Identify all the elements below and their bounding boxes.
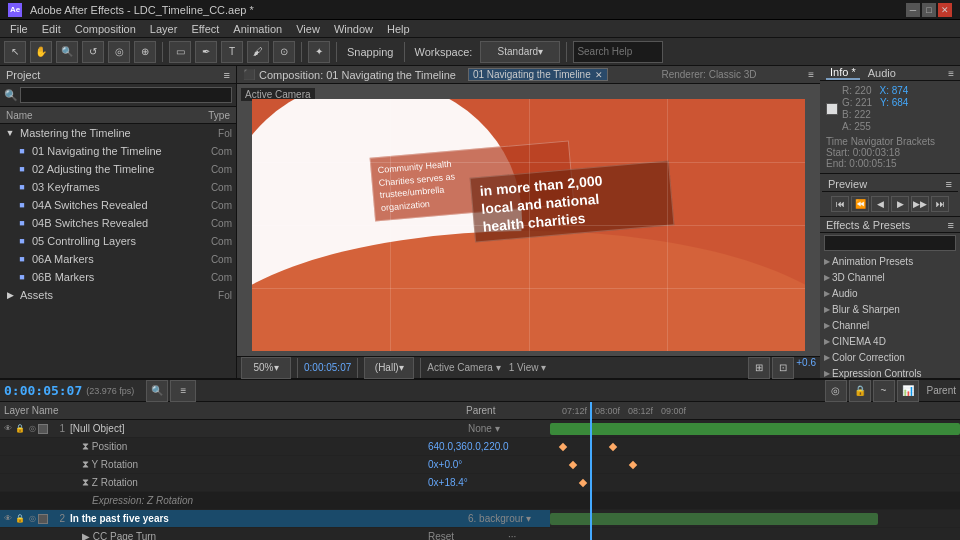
list-item[interactable]: ■ 04A Switches Revealed Com <box>0 196 236 214</box>
layer-checkbox[interactable] <box>38 514 48 524</box>
list-item[interactable]: ■ 06A Markers Com <box>0 250 236 268</box>
solo-btn[interactable]: ◎ <box>26 513 38 525</box>
menu-window[interactable]: Window <box>328 22 379 36</box>
layer-row[interactable]: ▶ CC Page Turn Reset ··· <box>0 528 550 540</box>
list-item[interactable]: ■ 03 Keyframes Com <box>0 178 236 196</box>
effects-item-blur[interactable]: ▶ Blur & Sharpen <box>820 301 960 317</box>
menu-edit[interactable]: Edit <box>36 22 67 36</box>
triangle-icon: ▶ <box>824 273 830 282</box>
menu-composition[interactable]: Composition <box>69 22 142 36</box>
maximize-button[interactable]: □ <box>922 3 936 17</box>
toolbar-clone[interactable]: ⊙ <box>273 41 295 63</box>
tab-info[interactable]: Info * <box>826 66 860 80</box>
preview-menu-btn[interactable]: ≡ <box>946 178 952 190</box>
tl-mode-btn[interactable]: ≡ <box>170 380 196 402</box>
list-item[interactable]: ■ 05 Controlling Layers Com <box>0 232 236 250</box>
preview-play[interactable]: ▶ <box>891 196 909 212</box>
tl-motion-btn[interactable]: ~ <box>873 380 895 402</box>
triangle-icon: ▶ <box>824 353 830 362</box>
comp-canvas: Active Camera Community Health Charities… <box>237 84 820 356</box>
layer-checkbox[interactable] <box>38 424 48 434</box>
lock-btn[interactable]: 🔒 <box>14 513 26 525</box>
toolbar-pan[interactable]: ⊕ <box>134 41 156 63</box>
workspace-dropdown[interactable]: Standard ▾ <box>480 41 560 63</box>
toolbar-puppet[interactable]: ✦ <box>308 41 330 63</box>
comp-tab-active[interactable]: 01 Navigating the Timeline ✕ <box>468 68 608 81</box>
timeline-area: 01 Navigating the Timeline ✕ 02 Adjustin… <box>0 378 960 540</box>
project-file-list: ▼ Mastering the Timeline Fol ■ 01 Naviga… <box>0 124 236 378</box>
toolbar-select[interactable]: ↖ <box>4 41 26 63</box>
search-help-input[interactable] <box>573 41 663 63</box>
tl-lock-btn[interactable]: 🔒 <box>849 380 871 402</box>
info-menu-btn[interactable]: ≡ <box>948 68 954 79</box>
tab-audio[interactable]: Audio <box>864 67 900 79</box>
layer-parent: None ▾ <box>468 423 548 434</box>
effects-item-cinema4d[interactable]: ▶ CINEMA 4D <box>820 333 960 349</box>
comp-menu-btn[interactable]: ≡ <box>808 69 814 80</box>
menu-help[interactable]: Help <box>381 22 416 36</box>
toolbar-camera[interactable]: ◎ <box>108 41 130 63</box>
effects-search-bar <box>820 233 960 253</box>
zoom-dropdown[interactable]: 50%▾ <box>241 357 291 379</box>
layer-row[interactable]: ⧗ Y Rotation 0x+0.0° <box>0 456 550 474</box>
a-label: A: 255 <box>842 121 871 132</box>
project-menu-btn[interactable]: ≡ <box>224 69 230 81</box>
r-label: R: 220 <box>842 85 871 96</box>
view-count-btn[interactable]: 1 View ▾ <box>509 362 547 373</box>
lock-btn[interactable]: 🔒 <box>14 423 26 435</box>
toolbar-rotate[interactable]: ↺ <box>82 41 104 63</box>
effects-item-color[interactable]: ▶ Color Correction <box>820 349 960 365</box>
preview-prev[interactable]: ⏪ <box>851 196 869 212</box>
list-item[interactable]: ■ 02 Adjusting the Timeline Com <box>0 160 236 178</box>
tl-search-btn[interactable]: 🔍 <box>146 380 168 402</box>
minimize-button[interactable]: ─ <box>906 3 920 17</box>
grid-btn[interactable]: ⊞ <box>748 357 770 379</box>
menu-effect[interactable]: Effect <box>185 22 225 36</box>
menu-layer[interactable]: Layer <box>144 22 184 36</box>
preview-last[interactable]: ⏭ <box>931 196 949 212</box>
effects-menu-btn[interactable]: ≡ <box>948 219 954 231</box>
reset-btn[interactable]: Reset <box>428 531 508 540</box>
vis-btn[interactable]: 👁 <box>2 423 14 435</box>
list-item[interactable]: ■ 06B Markers Com <box>0 268 236 286</box>
layer-row[interactable]: ⧗ Position 640.0,360.0,220.0 <box>0 438 550 456</box>
close-button[interactable]: ✕ <box>938 3 952 17</box>
vis-btn[interactable]: 👁 <box>2 513 14 525</box>
triangle-icon: ▶ <box>824 257 830 266</box>
effects-search-input[interactable] <box>824 235 956 251</box>
layer-row[interactable]: ⧗ Z Rotation 0x+18.4° <box>0 474 550 492</box>
project-search-input[interactable] <box>20 87 232 103</box>
solo-btn[interactable]: ◎ <box>26 423 38 435</box>
preview-back[interactable]: ◀ <box>871 196 889 212</box>
effects-item-audio[interactable]: ▶ Audio <box>820 285 960 301</box>
menu-file[interactable]: File <box>4 22 34 36</box>
toolbar-mask[interactable]: ▭ <box>169 41 191 63</box>
comp-tab-close[interactable]: ✕ <box>595 70 603 80</box>
list-item[interactable]: ▶ Assets Fol <box>0 286 236 304</box>
toolbar-pen[interactable]: ✒ <box>195 41 217 63</box>
toolbar-hand[interactable]: ✋ <box>30 41 52 63</box>
menu-view[interactable]: View <box>290 22 326 36</box>
layer-property: ⧗ Y Rotation <box>62 459 428 471</box>
list-item[interactable]: ■ 01 Navigating the Timeline Com <box>0 142 236 160</box>
tl-graph-btn[interactable]: 📊 <box>897 380 919 402</box>
menu-animation[interactable]: Animation <box>227 22 288 36</box>
y-label: Y: 684 <box>880 97 908 108</box>
toolbar-zoom[interactable]: 🔍 <box>56 41 78 63</box>
quality-dropdown[interactable]: (Hall)▾ <box>364 357 414 379</box>
list-item[interactable]: ■ 04B Switches Revealed Com <box>0 214 236 232</box>
toolbar-paint[interactable]: 🖌 <box>247 41 269 63</box>
toolbar-text[interactable]: T <box>221 41 243 63</box>
tl-solo-btn[interactable]: ◎ <box>825 380 847 402</box>
effects-item-3d[interactable]: ▶ 3D Channel <box>820 269 960 285</box>
playhead[interactable] <box>590 402 592 540</box>
effects-item-channel[interactable]: ▶ Channel <box>820 317 960 333</box>
effects-item-animation[interactable]: ▶ Animation Presets <box>820 253 960 269</box>
preview-fwd[interactable]: ▶▶ <box>911 196 929 212</box>
snap-btn[interactable]: ⊡ <box>772 357 794 379</box>
preview-first[interactable]: ⏮ <box>831 196 849 212</box>
layer-row[interactable]: 👁 🔒 ◎ 1 [Null Object] None ▾ <box>0 420 550 438</box>
active-camera-btn[interactable]: Active Camera ▾ <box>427 362 500 373</box>
list-item[interactable]: ▼ Mastering the Timeline Fol <box>0 124 236 142</box>
layer-row[interactable]: 👁 🔒 ◎ 2 In the past five years 6. backgr… <box>0 510 550 528</box>
